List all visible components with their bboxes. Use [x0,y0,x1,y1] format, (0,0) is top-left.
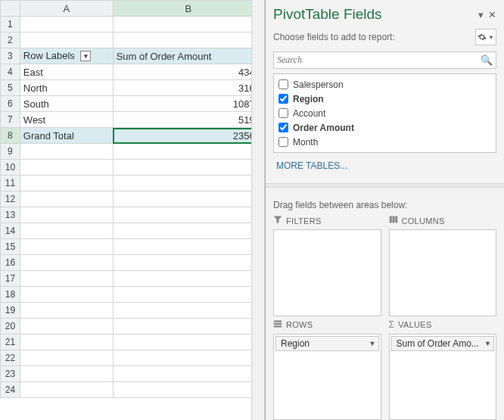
row-header[interactable]: 8 [1,128,20,144]
cell[interactable] [113,271,263,287]
columns-drop-area[interactable] [389,229,497,316]
cell[interactable] [20,33,113,48]
cell[interactable] [113,255,263,271]
cell[interactable] [113,350,263,366]
search-input[interactable] [277,54,481,66]
cell[interactable] [20,191,113,207]
pivot-grandtotal-label[interactable]: Grand Total [20,128,113,144]
rows-field-pill[interactable]: Region ▼ [275,336,379,351]
field-checkbox[interactable] [278,94,288,104]
cell[interactable] [20,334,113,350]
cell[interactable] [113,17,263,33]
field-checkbox[interactable] [278,79,288,89]
pane-splitter[interactable] [266,183,504,188]
row-header[interactable]: 16 [1,255,20,271]
cell[interactable] [20,255,113,271]
row-header[interactable]: 6 [1,96,20,112]
cell[interactable] [20,239,113,255]
row-header[interactable]: 22 [1,350,20,366]
search-icon[interactable]: 🔍 [481,54,493,66]
cell[interactable] [20,207,113,223]
cell[interactable] [20,176,113,191]
row-header[interactable]: 14 [1,223,20,239]
pane-dropdown-icon[interactable]: ▾ [478,9,484,20]
cell[interactable] [113,366,263,382]
select-all-corner[interactable] [1,1,20,17]
cell[interactable] [20,382,113,398]
pivot-row-value[interactable]: 4340 [113,64,263,80]
row-header[interactable]: 5 [1,80,20,96]
pivot-row-value[interactable]: 3160 [113,80,263,96]
field-search-box[interactable]: 🔍 [273,51,496,69]
field-checkbox[interactable] [278,123,288,132]
chevron-down-icon[interactable]: ▼ [484,340,491,347]
pivot-row-label[interactable]: North [20,80,113,96]
row-header[interactable]: 20 [1,319,20,334]
cell[interactable] [20,144,113,160]
filters-drop-area[interactable] [273,229,381,316]
cell[interactable] [113,382,263,398]
cell[interactable] [20,366,113,382]
chevron-down-icon[interactable]: ▼ [369,340,376,347]
row-header[interactable]: 13 [1,207,20,223]
row-header[interactable]: 10 [1,160,20,176]
pivot-row-value[interactable]: 5190 [113,112,263,128]
cell[interactable] [113,176,263,191]
cell[interactable] [20,287,113,303]
row-header[interactable]: 3 [1,48,20,64]
more-tables-link[interactable]: MORE TABLES... [276,160,493,171]
field-account[interactable]: Account [278,106,491,120]
row-header[interactable]: 23 [1,366,20,382]
pivot-header-rowlabels[interactable]: Row Labels [20,48,113,64]
row-header[interactable]: 12 [1,191,20,207]
rows-drop-area[interactable]: Region ▼ [273,334,381,421]
field-checkbox[interactable] [278,137,288,147]
field-month[interactable]: Month [278,135,491,149]
cell[interactable] [20,319,113,334]
pivot-grandtotal-value[interactable]: 23565 [113,128,263,144]
row-header[interactable]: 1 [1,17,20,33]
cell[interactable] [20,160,113,176]
row-header[interactable]: 9 [1,144,20,160]
cell[interactable] [20,303,113,319]
row-header[interactable]: 21 [1,334,20,350]
rowlabels-filter-dropdown[interactable] [80,51,91,61]
pane-close-icon[interactable]: ✕ [488,9,496,20]
row-header[interactable]: 4 [1,64,20,80]
row-header[interactable]: 17 [1,271,20,287]
row-header[interactable]: 7 [1,112,20,128]
field-order-amount[interactable]: Order Amount [278,120,491,135]
row-header[interactable]: 18 [1,287,20,303]
values-field-pill[interactable]: Sum of Order Amo... ▼ [391,336,495,351]
cell[interactable] [113,191,263,207]
col-header-a[interactable]: A [20,1,113,17]
pane-settings-button[interactable]: ▼ [475,29,496,45]
cell[interactable] [113,303,263,319]
cell[interactable] [20,271,113,287]
col-header-b[interactable]: B [113,1,263,17]
pivot-header-values[interactable]: Sum of Order Amount [113,48,263,64]
cell[interactable] [20,223,113,239]
cell[interactable] [113,144,263,160]
field-salesperson[interactable]: Salesperson [278,77,491,92]
row-header[interactable]: 15 [1,239,20,255]
row-header[interactable]: 11 [1,176,20,191]
values-drop-area[interactable]: Sum of Order Amo... ▼ [389,334,497,421]
cell[interactable] [113,287,263,303]
field-checkbox[interactable] [278,108,288,118]
pivot-row-label[interactable]: West [20,112,113,128]
cell[interactable] [20,17,113,33]
pivot-row-label[interactable]: East [20,64,113,80]
cell[interactable] [113,334,263,350]
cell[interactable] [113,207,263,223]
cell[interactable] [113,160,263,176]
cell[interactable] [113,223,263,239]
cell[interactable] [20,350,113,366]
row-header[interactable]: 19 [1,303,20,319]
cell[interactable] [113,239,263,255]
row-header[interactable]: 24 [1,382,20,398]
spreadsheet-grid[interactable]: A B 1 2 3 Row Labels Sum of Order Amount… [0,0,265,420]
pivot-row-value[interactable]: 10875 [113,96,263,112]
cell[interactable] [113,319,263,334]
field-region[interactable]: Region [278,92,491,106]
